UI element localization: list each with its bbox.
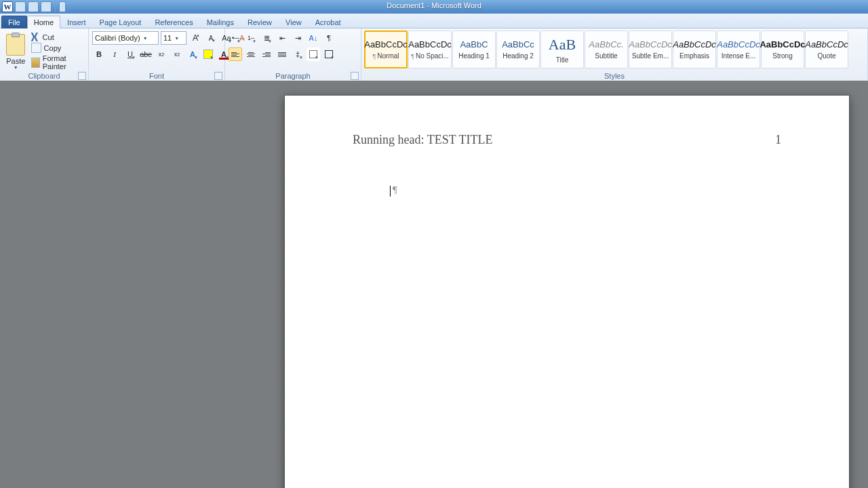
style-sample: AaBbCcDc [673,39,716,49]
style-sample: AaBbCcDc [717,39,760,49]
group-label-styles: Styles [361,72,867,81]
tab-file[interactable]: File [1,16,27,28]
font-launcher[interactable] [214,72,222,80]
show-hide-button[interactable]: ¶ [322,31,336,45]
quick-access-toolbar: W [0,1,66,12]
text-effects-button[interactable]: A▼ [186,47,199,61]
group-clipboard: Paste ▼ Cut Copy Format Painter Clipboar… [0,28,89,81]
group-label-paragraph: Paragraph [225,72,361,81]
group-label-font: Font [89,72,224,81]
style-title[interactable]: AaBTitle [540,30,584,68]
document-page[interactable]: Running head: TEST TITLE 1 ¶ [285,96,849,488]
italic-button[interactable]: I [108,47,121,61]
style-quote[interactable]: AaBbCcDcQuote [805,30,848,68]
style-normal[interactable]: AaBbCcDc¶Normal [364,30,408,68]
style-sample: AaBbC [460,39,488,49]
style-sample: AaBbCc. [589,39,623,49]
style-sample: AaBbCcDc [364,39,408,49]
ribbon-tabs: File Home Insert Page Layout References … [0,14,868,28]
undo-icon[interactable] [28,1,39,12]
subscript-button[interactable]: x2 [155,47,168,61]
title-bar: W Document1 - Microsoft Word [0,0,868,14]
style-emphasis[interactable]: AaBbCcDcEmphasis [673,30,716,68]
highlight-button[interactable]: ▼ [201,47,215,61]
bullets-button[interactable]: ▼ [229,31,242,45]
text-cursor[interactable]: ¶ [390,184,397,197]
superscript-button[interactable]: x2 [170,47,184,61]
ribbon: Paste ▼ Cut Copy Format Painter Clipboar… [0,28,868,82]
tab-acrobat[interactable]: Acrobat [309,16,348,28]
align-center-button[interactable] [244,47,258,61]
style-name: Quote [817,52,835,60]
paste-button[interactable]: Paste ▼ [3,31,28,72]
paragraph-launcher[interactable] [351,72,359,80]
style-heading-2[interactable]: AaBbCcHeading 2 [496,30,540,68]
tab-mailings[interactable]: Mailings [200,16,241,28]
paste-label: Paste [6,57,25,65]
style-subtle-em-[interactable]: AaBbCcDcSubtle Em... [629,30,672,68]
underline-button[interactable]: U▼ [123,47,137,61]
tab-references[interactable]: References [148,16,199,28]
style-strong[interactable]: AaBbCcDcStrong [761,30,804,68]
group-font: Calibri (Body)▼ 11▼ Aa▼ A̶ B I U▼ abc x2… [89,28,225,81]
group-styles: AaBbCcDc¶NormalAaBbCcDc¶No Spaci...AaBbC… [361,28,868,81]
bold-button[interactable]: B [92,47,106,61]
copy-label: Copy [44,44,62,52]
line-spacing-button[interactable]: ‡▼ [291,47,304,61]
style-subtitle[interactable]: AaBbCc.Subtitle [585,30,628,68]
word-app-icon[interactable]: W [2,1,13,12]
redo-icon[interactable] [41,1,52,12]
group-paragraph: ▼ ▼ ≣▼ ⇤ ⇥ A↓ ¶ ‡▼ ▼ ▼ Paragraph [225,28,361,81]
font-family-value: Calibri (Body) [95,34,140,42]
format-painter-label: Format Painter [43,54,85,70]
paste-icon [6,34,25,56]
numbering-button[interactable]: ▼ [244,31,258,45]
qat-separator [55,1,56,12]
app-name: Microsoft Word [431,1,481,9]
qat-customize-icon[interactable] [59,1,66,12]
style-intense-e-[interactable]: AaBbCcDcIntense E... [717,30,760,68]
align-justify-button[interactable] [275,47,289,61]
shrink-font-button[interactable] [204,31,218,45]
tab-view[interactable]: View [279,16,309,28]
style-name: ¶No Spaci... [411,52,449,60]
font-family-combo[interactable]: Calibri (Body)▼ [92,31,159,45]
style-name: ¶Normal [372,52,399,60]
copy-button[interactable]: Copy [31,43,85,53]
font-size-combo[interactable]: 11▼ [161,31,186,45]
window-title: Document1 - Microsoft Word [387,1,481,9]
borders-button[interactable]: ▼ [322,47,336,61]
format-painter-icon [31,58,40,68]
style-name: Subtle Em... [632,52,669,60]
grow-font-button[interactable] [189,31,202,45]
tab-review[interactable]: Review [241,16,279,28]
format-painter-button[interactable]: Format Painter [31,54,85,70]
increase-indent-button[interactable]: ⇥ [291,31,304,45]
font-size-value: 11 [163,34,172,42]
multilevel-button[interactable]: ≣▼ [260,31,273,45]
shading-button[interactable]: ▼ [307,47,320,61]
style-sample: AaBbCcDc [805,39,848,49]
align-right-button[interactable] [260,47,273,61]
cut-button[interactable]: Cut [31,33,85,41]
tab-home[interactable]: Home [27,16,60,28]
save-icon[interactable] [15,1,26,12]
tab-insert[interactable]: Insert [60,16,93,28]
style-name: Title [556,56,569,64]
paragraph-mark-icon: ¶ [393,184,397,195]
document-workspace: Running head: TEST TITLE 1 ¶ [0,81,868,488]
sort-button[interactable]: A↓ [307,31,320,45]
caret-icon [390,186,391,197]
clipboard-launcher[interactable] [78,72,86,80]
strikethrough-button[interactable]: abc [139,47,153,61]
style-name: Heading 2 [502,52,534,60]
style-heading-1[interactable]: AaBbCHeading 1 [452,30,496,68]
style-sample: AaBbCcDc [629,39,672,49]
align-left-button[interactable] [229,47,242,61]
page-header[interactable]: Running head: TEST TITLE 1 [353,133,781,147]
style-name: Subtitle [595,52,617,60]
style-name: Emphasis [679,52,709,60]
tab-page-layout[interactable]: Page Layout [93,16,149,28]
decrease-indent-button[interactable]: ⇤ [275,31,289,45]
style-no-spaci-[interactable]: AaBbCcDc¶No Spaci... [408,30,452,68]
